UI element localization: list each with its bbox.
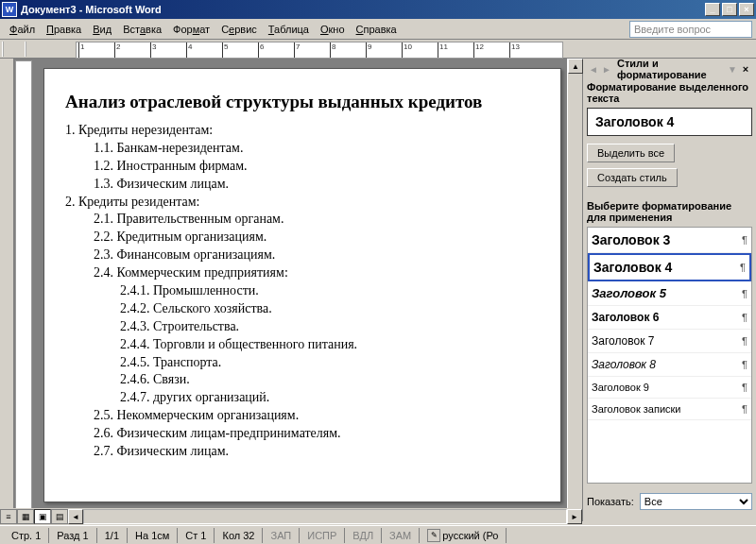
outline-view-button[interactable]: ▤ [51,509,68,524]
vertical-ruler[interactable] [15,60,32,519]
document-line[interactable]: 2.7. Физическим лицам. [94,443,540,461]
pilcrow-icon: ¶ [742,382,747,393]
normal-view-button[interactable]: ≡ [0,509,17,524]
minimize-button[interactable]: _ [705,3,720,16]
style-list[interactable]: Заголовок 3¶Заголовок 4¶Заголовок 5¶Заго… [587,227,752,484]
select-all-button[interactable]: Выделить все [587,144,675,162]
menu-view[interactable]: Вид [87,22,117,37]
close-button[interactable]: × [739,3,754,16]
style-name: Заголовок 7 [592,334,654,348]
show-filter-select[interactable]: Все [640,493,752,510]
document-line[interactable]: 2.6. Физическим лицам-предпринимателям. [94,425,540,443]
pilcrow-icon: ¶ [742,335,747,347]
menu-tools[interactable]: Сервис [215,22,263,37]
choose-formatting-label: Выберите форматирование для применения [587,200,752,223]
help-search-input[interactable] [629,21,752,38]
taskpane-dropdown-icon[interactable]: ▼ [726,62,739,76]
pilcrow-icon: ¶ [742,359,747,370]
status-line: Ст 1 [178,528,215,543]
document-line[interactable]: 2. Кредиты резидентам: [65,194,540,212]
document-viewport[interactable]: Анализ отраслевой структуры выданных кре… [32,59,567,521]
style-name: Заголовок 8 [592,358,656,371]
current-style-box[interactable]: Заголовок 4 [587,108,752,136]
status-pages: 1/1 [97,528,128,543]
app-icon: W [2,2,17,17]
document-line[interactable]: 2.2. Кредитным организациям. [94,229,540,246]
scroll-right-button[interactable]: ► [567,509,582,524]
document-title: Анализ отраслевой структуры выданных кре… [65,92,540,112]
document-line[interactable]: 2.4.6. Связи. [120,371,540,389]
document-line[interactable]: 2.4.1. Промышленности. [120,282,540,300]
scroll-up-button[interactable]: ▲ [568,59,583,74]
taskpane-header: ◄ ► Стили и форматирование ▼ × [585,60,754,77]
document-line[interactable]: 1.3. Физическим лицам. [94,176,540,194]
taskpane-back-icon[interactable]: ◄ [587,62,600,76]
styles-taskpane: ◄ ► Стили и форматирование ▼ × Форматиро… [582,59,756,521]
style-name: Заголовок записки [592,403,681,415]
style-name: Заголовок 5 [592,286,666,300]
style-item[interactable]: Заголовок 9¶ [588,377,751,399]
web-view-button[interactable]: ▦ [17,509,34,524]
window-title: Документ3 - Microsoft Word [21,4,705,15]
taskpane-close-button[interactable]: × [739,63,752,75]
pilcrow-icon: ¶ [740,262,746,273]
document-line[interactable]: 2.4.5. Транспорта. [120,354,540,372]
document-line[interactable]: 1.2. Иностранным фирмам. [94,158,540,176]
status-at: На 1см [128,528,178,543]
taskpane-forward-icon[interactable]: ► [600,62,613,76]
horizontal-ruler[interactable]: 12345678910111213 [76,42,563,59]
style-item[interactable]: Заголовок 6¶ [588,306,751,330]
status-lang[interactable]: ✎русский (Ро [420,528,507,543]
style-name: Заголовок 6 [592,311,659,324]
toolbar-grip-2[interactable] [25,42,30,57]
menu-format[interactable]: Формат [167,22,215,37]
page[interactable]: Анализ отраслевой структуры выданных кре… [43,68,561,502]
statusbar: Стр. 1 Разд 1 1/1 На 1см Ст 1 Кол 32 ЗАП… [0,525,756,544]
document-line[interactable]: 2.5. Некоммерческим организациям. [94,407,540,425]
menu-file[interactable]: Файл [4,22,41,37]
style-item[interactable]: Заголовок 8¶ [588,353,751,377]
document-line[interactable]: 2.4.4. Торговли и общественного питания. [120,336,540,354]
style-item[interactable]: Заголовок 3¶ [588,228,751,253]
document-line[interactable]: 2.4.7. других организаций. [120,389,540,407]
print-view-button[interactable]: ▣ [34,509,51,524]
status-ovr[interactable]: ЗАМ [382,528,420,543]
style-name: Заголовок 9 [592,382,649,393]
menu-table[interactable]: Таблица [263,22,315,37]
toolbar-grip[interactable] [2,42,8,57]
scroll-left-button[interactable]: ◄ [68,509,83,524]
document-line[interactable]: 2.4. Коммерческим предприятиям: [94,264,540,282]
document-line[interactable]: 1.1. Банкам-нерезидентам. [94,140,540,158]
document-line[interactable]: 2.4.3. Строительства. [120,318,540,336]
style-item[interactable]: Заголовок 5¶ [588,281,751,306]
menu-edit[interactable]: Правка [41,22,87,37]
style-item[interactable]: Заголовок 7¶ [588,330,751,353]
document-line[interactable]: 2.1. Правительственным органам. [94,211,540,229]
menu-insert[interactable]: Вставка [117,22,167,37]
document-line[interactable]: 2.4.2. Сельского хозяйства. [120,300,540,318]
style-name: Заголовок 4 [593,260,672,275]
vertical-scrollbar[interactable]: ▲ [567,59,582,521]
formatting-label: Форматирование выделенного текста [587,81,752,104]
style-item[interactable]: Заголовок записки¶ [588,399,751,420]
status-trk[interactable]: ИСПР [300,528,345,543]
menu-help[interactable]: Справка [351,22,403,37]
status-col: Кол 32 [215,528,263,543]
status-ext[interactable]: ВДЛ [345,528,382,543]
horizontal-scrollbar[interactable] [83,509,567,524]
pilcrow-icon: ¶ [742,312,747,323]
status-rec[interactable]: ЗАП [263,528,300,543]
show-label: Показать: [587,496,634,507]
menu-window[interactable]: Окно [315,22,351,37]
maximize-button[interactable]: □ [722,3,737,16]
pilcrow-icon: ¶ [742,403,747,415]
style-name: Заголовок 3 [592,232,670,247]
document-area: Анализ отраслевой структуры выданных кре… [0,59,582,521]
status-page: Стр. 1 [4,528,49,543]
new-style-button[interactable]: Создать стиль [587,168,678,187]
document-line[interactable]: 1. Кредиты нерезидентам: [65,122,540,140]
style-item[interactable]: Заголовок 4¶ [588,253,751,281]
titlebar: W Документ3 - Microsoft Word _ □ × [0,0,756,19]
document-line[interactable]: 2.3. Финансовым организациям. [94,246,540,264]
status-section: Разд 1 [49,528,96,543]
